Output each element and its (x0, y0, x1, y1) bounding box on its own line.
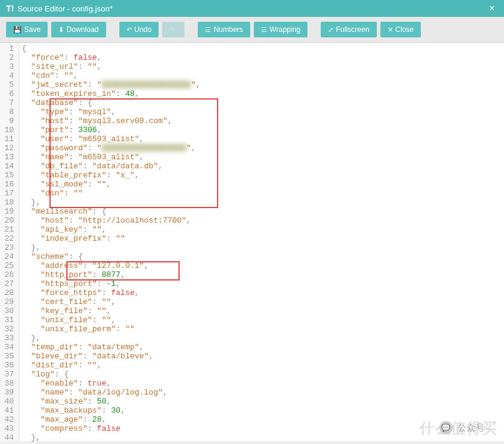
code-line[interactable]: "force": false, (22, 53, 502, 62)
code-line[interactable]: "host": "mysql3.serv00.com", (22, 116, 502, 125)
code-line[interactable]: "cert_file": "", (22, 297, 502, 306)
code-line[interactable]: "force_https": false, (22, 288, 502, 297)
code-line[interactable]: "password": "██████████████████", (22, 144, 502, 153)
line-number: 36 (2, 361, 14, 370)
download-button[interactable]: ⬇Download (51, 22, 106, 37)
code-line[interactable]: "unix_file_perm": "" (22, 325, 502, 334)
line-number: 30 (2, 306, 14, 316)
line-number: 22 (2, 234, 14, 243)
code-line[interactable]: "cdn": "", (22, 71, 502, 80)
line-number: 12 (2, 144, 14, 153)
code-line[interactable]: "name": "m6593_alist", (22, 153, 502, 162)
code-area[interactable]: { "force": false, "site_url": "", "cdn":… (19, 43, 504, 441)
download-icon: ⬇ (58, 26, 64, 34)
line-number: 23 (2, 243, 14, 252)
code-line[interactable]: "unix_file": "", (22, 316, 502, 325)
code-line[interactable]: "index_prefix": "" (22, 234, 502, 243)
code-line[interactable]: "scheme": { (22, 252, 502, 261)
code-line[interactable]: "address": "127.0.0.1", (22, 261, 502, 270)
line-number: 33 (2, 334, 14, 343)
code-line[interactable]: "dist_dir": "", (22, 361, 502, 370)
undo-label: Undo (134, 25, 152, 34)
line-number: 35 (2, 352, 14, 361)
code-line[interactable]: "jwt_secret": "███████████████████", (22, 80, 502, 89)
line-number: 11 (2, 135, 14, 144)
toolbar: 💾Save ⬇Download ↶Undo ↷ ☰Numbers ☰Wrappi… (0, 17, 504, 43)
app-icon: T! (6, 4, 14, 13)
window-title: Source Editor - config.json* (17, 4, 113, 13)
code-editor[interactable]: 1234567891011121314151617181920212223242… (0, 43, 504, 441)
line-number: 3 (2, 62, 14, 71)
code-line[interactable]: "table_prefix": "x_", (22, 171, 502, 180)
code-line[interactable]: }, (22, 334, 502, 343)
line-number: 1 (2, 44, 14, 53)
code-line[interactable]: "port": 3306, (22, 125, 502, 135)
line-number: 9 (2, 116, 14, 125)
redo-button: ↷ (162, 22, 184, 37)
code-line[interactable]: { (22, 44, 502, 53)
code-line[interactable]: "max_size": 50, (22, 397, 502, 406)
code-line[interactable]: "https_port": -1, (22, 279, 502, 288)
code-line[interactable]: }, (22, 243, 502, 252)
line-number: 2 (2, 53, 14, 62)
line-number: 25 (2, 261, 14, 270)
code-line[interactable]: "max_backups": 30, (22, 406, 502, 415)
code-line[interactable]: "enable": true, (22, 379, 502, 388)
fullscreen-button[interactable]: ⤢Fullscreen (321, 22, 376, 37)
fullscreen-icon: ⤢ (328, 26, 333, 34)
save-button[interactable]: 💾Save (6, 22, 48, 37)
redo-icon: ↷ (169, 26, 175, 34)
undo-button[interactable]: ↶Undo (119, 22, 159, 37)
code-line[interactable]: "key_file": "", (22, 306, 502, 316)
code-line[interactable]: "name": "data/log/log.log", (22, 388, 502, 397)
save-icon: 💾 (13, 26, 22, 34)
line-number: 19 (2, 207, 14, 216)
code-line[interactable]: "site_url": "", (22, 62, 502, 71)
code-line[interactable]: }, (22, 198, 502, 207)
line-number: 38 (2, 379, 14, 388)
titlebar: T! Source Editor - config.json* × (0, 0, 504, 17)
line-number: 31 (2, 316, 14, 325)
line-number: 14 (2, 162, 14, 171)
close-label: Close (395, 25, 414, 34)
numbers-button[interactable]: ☰Numbers (198, 22, 250, 37)
code-line[interactable]: "host": "http://localhost:7700", (22, 216, 502, 225)
undo-icon: ↶ (127, 26, 132, 34)
line-number: 13 (2, 153, 14, 162)
code-line[interactable]: "bleve_dir": "data/bleve", (22, 352, 502, 361)
code-line[interactable]: "meilisearch": { (22, 207, 502, 216)
line-number: 32 (2, 325, 14, 334)
code-line[interactable]: "token_expires_in": 48, (22, 89, 502, 98)
line-number: 42 (2, 415, 14, 424)
close-icon[interactable]: × (486, 2, 498, 14)
line-number: 27 (2, 279, 14, 288)
code-line[interactable]: "api_key": "", (22, 225, 502, 234)
line-number: 41 (2, 406, 14, 415)
wrapping-button[interactable]: ☰Wrapping (254, 22, 307, 37)
code-line[interactable]: "log": { (22, 370, 502, 379)
code-line[interactable]: "user": "m6593_alist", (22, 135, 502, 144)
line-number: 6 (2, 89, 14, 98)
line-number: 24 (2, 252, 14, 261)
code-line[interactable]: "ssl_mode": "", (22, 180, 502, 189)
code-line[interactable]: "temp_dir": "data/temp", (22, 343, 502, 352)
line-number: 37 (2, 370, 14, 379)
code-line[interactable]: "database": { (22, 98, 502, 107)
close-button[interactable]: ✕Close (380, 22, 421, 37)
code-line[interactable]: "http_port": 8877, (22, 270, 502, 279)
line-number: 26 (2, 270, 14, 279)
code-line[interactable]: "type": "mysql", (22, 107, 502, 116)
numbers-label: Numbers (213, 25, 243, 34)
line-number: 7 (2, 98, 14, 107)
line-number: 29 (2, 297, 14, 306)
line-number: 5 (2, 80, 14, 89)
line-gutter: 1234567891011121314151617181920212223242… (0, 43, 19, 441)
code-line[interactable]: "dsn": "" (22, 189, 502, 198)
line-number: 44 (2, 433, 14, 442)
save-label: Save (24, 25, 40, 34)
watermark-sub-text: 公众号 · (458, 422, 490, 434)
code-line[interactable]: "db_file": "data/data.db", (22, 162, 502, 171)
line-number: 4 (2, 71, 14, 80)
line-number: 21 (2, 225, 14, 234)
download-label: Download (66, 25, 98, 34)
